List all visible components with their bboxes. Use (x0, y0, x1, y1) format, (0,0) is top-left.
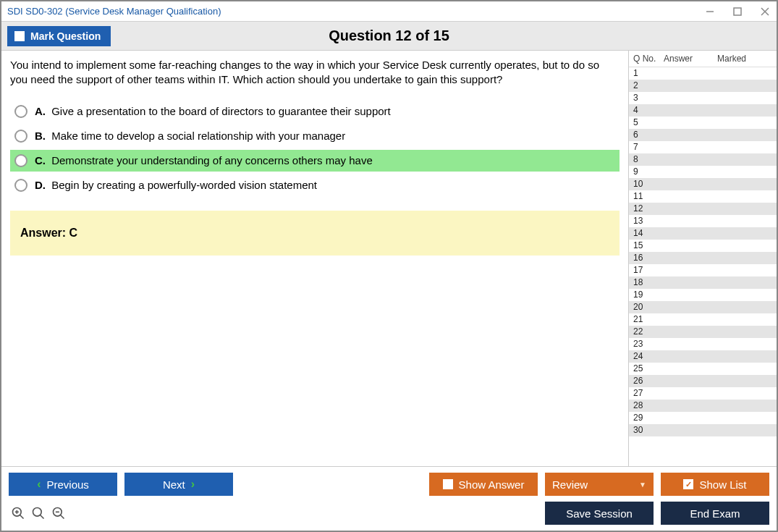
svg-rect-1 (734, 8, 741, 15)
sidebar-header: Q No. Answer Marked (629, 51, 777, 67)
header-bar: Mark Question Question 12 of 15 (1, 22, 777, 51)
question-row[interactable]: 9 (629, 166, 777, 178)
end-exam-label: End Exam (690, 507, 740, 520)
question-number: 7 (633, 141, 659, 153)
option-text: C. Demonstrate your understanding of any… (35, 154, 373, 166)
question-row[interactable]: 1 (629, 67, 777, 80)
question-row[interactable]: 25 (629, 363, 777, 375)
checkbox-icon (443, 479, 453, 489)
chevron-down-icon: ▼ (639, 481, 646, 489)
question-row[interactable]: 6 (629, 129, 777, 141)
question-number: 2 (633, 80, 659, 92)
end-exam-button[interactable]: End Exam (661, 502, 769, 525)
question-row[interactable]: 7 (629, 141, 777, 153)
option-c[interactable]: C. Demonstrate your understanding of any… (10, 150, 620, 172)
previous-button[interactable]: ‹ Previous (9, 473, 117, 496)
question-row[interactable]: 20 (629, 301, 777, 313)
question-number: 29 (633, 412, 659, 424)
question-number: 28 (633, 400, 659, 412)
question-row[interactable]: 17 (629, 264, 777, 276)
question-row[interactable]: 16 (629, 252, 777, 264)
question-number: 1 (633, 67, 659, 80)
titlebar: SDI SD0-302 (Service Desk Manager Qualif… (1, 1, 777, 22)
svg-line-9 (41, 515, 44, 519)
answer-label: Answer: C (20, 227, 77, 239)
checkbox-checked-icon: ✓ (683, 479, 693, 489)
question-row[interactable]: 24 (629, 350, 777, 363)
option-d[interactable]: D. Begin by creating a powerfully-worded… (10, 174, 620, 196)
minimize-icon[interactable] (704, 6, 716, 17)
question-number: 21 (633, 313, 659, 326)
zoom-reset-icon[interactable] (30, 505, 46, 521)
question-row[interactable]: 2 (629, 80, 777, 92)
option-b[interactable]: B. Make time to develop a social relatio… (10, 125, 620, 147)
question-list[interactable]: 1234567891011121314151617181920212223242… (629, 67, 777, 466)
content-pane: You intend to implement some far-reachin… (1, 51, 628, 466)
close-icon[interactable] (759, 6, 771, 17)
question-number: 13 (633, 215, 659, 227)
question-number: 14 (633, 227, 659, 240)
zoom-out-icon[interactable] (51, 505, 67, 521)
question-row[interactable]: 21 (629, 313, 777, 326)
option-text: D. Begin by creating a powerfully-worded… (35, 179, 317, 191)
show-list-button[interactable]: ✓ Show List (661, 473, 769, 496)
question-number: 8 (633, 153, 659, 166)
question-row[interactable]: 12 (629, 203, 777, 215)
footer-row-2: Save Session End Exam (9, 502, 769, 525)
question-row[interactable]: 22 (629, 326, 777, 338)
question-row[interactable]: 10 (629, 178, 777, 190)
question-row[interactable]: 13 (629, 215, 777, 227)
radio-icon (14, 105, 28, 118)
save-session-label: Save Session (566, 507, 633, 520)
mark-question-button[interactable]: Mark Question (7, 26, 111, 46)
option-letter: D. (35, 179, 46, 191)
question-row[interactable]: 14 (629, 227, 777, 240)
review-button[interactable]: Review ▼ (545, 473, 654, 496)
question-number: 12 (633, 203, 659, 215)
question-row[interactable]: 8 (629, 153, 777, 166)
window-controls (704, 6, 771, 17)
question-number: 22 (633, 326, 659, 338)
question-row[interactable]: 30 (629, 424, 777, 436)
question-number: 10 (633, 178, 659, 190)
question-row[interactable]: 29 (629, 412, 777, 424)
option-text: A. Give a presentation to the board of d… (35, 105, 391, 117)
question-row[interactable]: 5 (629, 117, 777, 129)
question-list-sidebar: Q No. Answer Marked 12345678910111213141… (628, 51, 777, 466)
question-row[interactable]: 26 (629, 375, 777, 387)
question-row[interactable]: 18 (629, 276, 777, 289)
question-row[interactable]: 4 (629, 104, 777, 117)
question-row[interactable]: 11 (629, 190, 777, 203)
next-button[interactable]: Next › (124, 473, 233, 496)
show-list-label: Show List (699, 478, 746, 491)
option-text: B. Make time to develop a social relatio… (35, 130, 345, 142)
next-label: Next (163, 478, 185, 491)
question-number: 24 (633, 350, 659, 363)
footer: ‹ Previous Next › Show Answer Review ▼ ✓… (1, 466, 777, 531)
question-row[interactable]: 28 (629, 400, 777, 412)
question-title: Question 12 of 15 (329, 28, 449, 44)
window-title: SDI SD0-302 (Service Desk Manager Qualif… (7, 6, 221, 17)
option-letter: A. (35, 105, 46, 117)
question-number: 19 (633, 289, 659, 301)
question-row[interactable]: 3 (629, 92, 777, 104)
question-row[interactable]: 15 (629, 240, 777, 252)
zoom-in-icon[interactable] (10, 505, 26, 521)
radio-icon (14, 179, 28, 192)
show-answer-button[interactable]: Show Answer (429, 473, 538, 496)
question-row[interactable]: 27 (629, 387, 777, 400)
question-number: 9 (633, 166, 659, 178)
question-row[interactable]: 23 (629, 338, 777, 350)
option-a[interactable]: A. Give a presentation to the board of d… (10, 101, 620, 122)
mark-question-label: Mark Question (30, 30, 101, 42)
col-marked: Marked (717, 54, 772, 64)
maximize-icon[interactable] (732, 6, 743, 17)
question-text: You intend to implement some far-reachin… (10, 58, 620, 88)
answer-box: Answer: C (10, 211, 620, 256)
question-number: 11 (633, 190, 659, 203)
checkbox-icon (14, 31, 25, 41)
save-session-button[interactable]: Save Session (545, 502, 654, 525)
question-number: 17 (633, 264, 659, 276)
question-row[interactable]: 19 (629, 289, 777, 301)
question-number: 30 (633, 424, 659, 436)
